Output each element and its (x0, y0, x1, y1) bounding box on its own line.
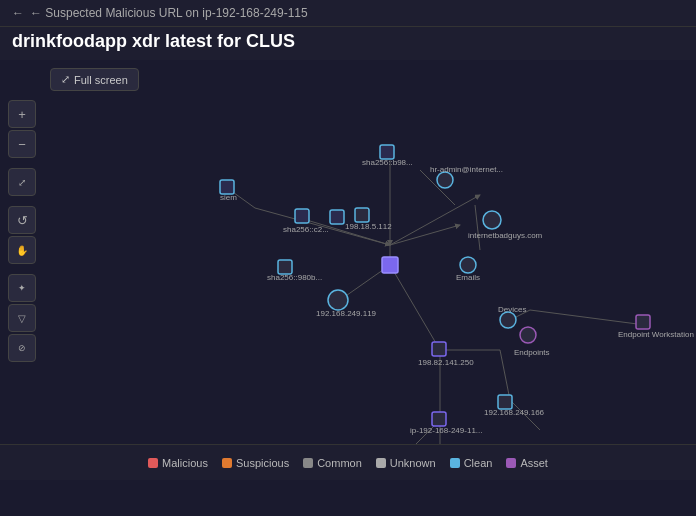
pan-button[interactable]: ✋ (8, 236, 36, 264)
svg-text:Emails: Emails (456, 273, 480, 282)
graph-visualization: siem sha256::c2... sha256::b98... hr-adm… (0, 60, 696, 480)
svg-point-31 (437, 172, 453, 188)
svg-text:sha256::b98...: sha256::b98... (362, 158, 413, 167)
svg-rect-39 (278, 260, 292, 274)
fullscreen-label: Full screen (74, 74, 128, 86)
svg-rect-28 (330, 210, 344, 224)
svg-point-41 (328, 290, 348, 310)
svg-point-35 (460, 257, 476, 273)
svg-text:198.82.141.250: 198.82.141.250 (418, 358, 474, 367)
malicious-color (148, 458, 158, 468)
svg-text:internetbadguys.com: internetbadguys.com (468, 231, 543, 240)
svg-text:Endpoint Workstation: Endpoint Workstation (618, 330, 694, 339)
common-label: Common (317, 457, 362, 469)
common-color (303, 458, 313, 468)
svg-rect-29 (380, 145, 394, 159)
breadcrumb: ← ← Suspected Malicious URL on ip-192-16… (0, 0, 696, 27)
svg-point-33 (483, 211, 501, 229)
clean-label: Clean (464, 457, 493, 469)
svg-rect-24 (220, 180, 234, 194)
svg-point-45 (520, 327, 536, 343)
clean-color (450, 458, 460, 468)
svg-point-44 (500, 312, 516, 328)
svg-line-4 (475, 205, 480, 250)
filter-button[interactable]: ▽ (8, 304, 36, 332)
hide-button[interactable]: ⊘ (8, 334, 36, 362)
svg-text:sha256::980b...: sha256::980b... (267, 273, 322, 282)
legend-common: Common (303, 457, 362, 469)
rotate-button[interactable]: ↺ (8, 206, 36, 234)
svg-text:ip-192-168-249-11...: ip-192-168-249-11... (410, 426, 483, 435)
svg-rect-64 (636, 315, 650, 329)
unknown-label: Unknown (390, 457, 436, 469)
svg-text:198.18.5.112: 198.18.5.112 (345, 222, 392, 231)
legend: Malicious Suspicious Common Unknown Clea… (0, 444, 696, 480)
svg-text:sha256::c2...: sha256::c2... (283, 225, 329, 234)
unknown-color (376, 458, 386, 468)
page-title: drinkfoodapp xdr latest for CLUS (12, 31, 684, 52)
malicious-label: Malicious (162, 457, 208, 469)
svg-text:Endpoints: Endpoints (514, 348, 550, 357)
zoom-in-button[interactable]: + (8, 100, 36, 128)
asset-label: Asset (520, 457, 548, 469)
svg-line-5 (390, 225, 460, 245)
title-bar: drinkfoodapp xdr latest for CLUS (0, 27, 696, 60)
svg-rect-26 (295, 209, 309, 223)
graph-canvas: ⤢ Full screen + − ⤢ ↺ ✋ ✦ ▽ ⊘ (0, 60, 696, 480)
legend-malicious: Malicious (148, 457, 208, 469)
svg-rect-23 (382, 257, 398, 273)
legend-asset: Asset (506, 457, 548, 469)
left-toolbar: + − ⤢ ↺ ✋ ✦ ▽ ⊘ (8, 100, 36, 362)
asset-color (506, 458, 516, 468)
fullscreen-button[interactable]: ⤢ Full screen (50, 68, 139, 91)
fullscreen-icon: ⤢ (61, 73, 70, 86)
svg-text:192.168.249.166: 192.168.249.166 (484, 408, 545, 417)
svg-rect-37 (355, 208, 369, 222)
legend-clean: Clean (450, 457, 493, 469)
settings-button[interactable]: ✦ (8, 274, 36, 302)
suspicious-label: Suspicious (236, 457, 289, 469)
svg-line-11 (500, 350, 510, 400)
zoom-out-button[interactable]: − (8, 130, 36, 158)
fit-button[interactable]: ⤢ (8, 168, 36, 196)
svg-line-8 (390, 265, 440, 350)
svg-text:hr-admin@internet...: hr-admin@internet... (430, 165, 503, 174)
svg-line-19 (390, 195, 480, 245)
svg-rect-51 (432, 412, 446, 426)
svg-rect-49 (498, 395, 512, 409)
suspicious-color (222, 458, 232, 468)
svg-rect-47 (432, 342, 446, 356)
back-icon[interactable]: ← (12, 6, 24, 20)
legend-suspicious: Suspicious (222, 457, 289, 469)
svg-text:192.168.249.119: 192.168.249.119 (316, 309, 377, 318)
header-text: ← Suspected Malicious URL on ip-192-168-… (30, 6, 308, 20)
legend-unknown: Unknown (376, 457, 436, 469)
svg-text:siem: siem (220, 193, 237, 202)
svg-line-22 (530, 310, 645, 325)
